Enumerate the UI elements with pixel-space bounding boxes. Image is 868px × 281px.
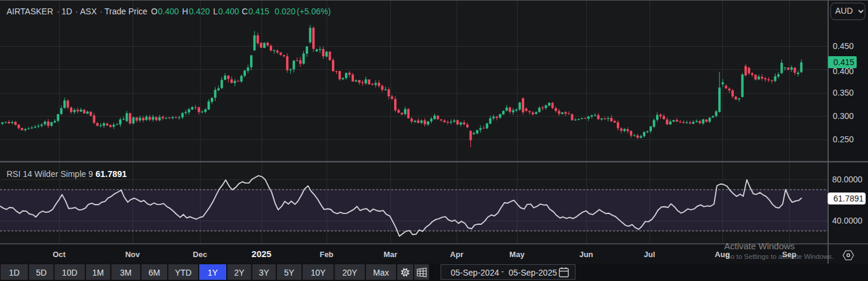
svg-text:40.0000: 40.0000 [832, 216, 863, 225]
svg-text:3Y: 3Y [259, 268, 270, 277]
svg-text:0.415: 0.415 [833, 57, 854, 67]
svg-text:2025: 2025 [251, 249, 271, 259]
svg-text:YTD: YTD [175, 268, 192, 277]
svg-text:Apr: Apr [450, 250, 463, 259]
svg-text:0.300: 0.300 [833, 111, 854, 121]
svg-text:Feb: Feb [319, 250, 333, 259]
svg-text:6M: 6M [149, 268, 160, 277]
svg-text:2Y: 2Y [234, 268, 245, 277]
svg-text:Mar: Mar [383, 250, 397, 259]
svg-text:0.450: 0.450 [833, 41, 854, 51]
svg-text:05-Sep-2025: 05-Sep-2025 [509, 268, 557, 277]
svg-text:AUD: AUD [835, 6, 853, 16]
svg-text:1Y: 1Y [208, 268, 218, 277]
svg-text:3M: 3M [120, 268, 131, 277]
svg-text:-: - [501, 267, 504, 276]
svg-text:20Y: 20Y [342, 268, 358, 277]
svg-text:RSI 14 Wilder Simple 9: RSI 14 Wilder Simple 9 [7, 169, 93, 179]
svg-text:1M: 1M [93, 268, 104, 277]
svg-text:61.7891: 61.7891 [833, 194, 864, 203]
svg-text:0.250: 0.250 [833, 135, 854, 144]
svg-text:Go to Settings to activate Win: Go to Settings to activate Windows. [725, 253, 834, 260]
svg-text:10D: 10D [62, 268, 78, 277]
svg-text:1D: 1D [9, 268, 20, 277]
svg-text:Max: Max [373, 268, 389, 277]
svg-text:Jul: Jul [644, 250, 655, 259]
svg-text:05-Sep-2024: 05-Sep-2024 [451, 268, 499, 277]
svg-text:10Y: 10Y [310, 268, 326, 277]
svg-text:0.350: 0.350 [833, 88, 854, 97]
svg-text:5D: 5D [36, 268, 47, 277]
svg-text:Nov: Nov [125, 250, 140, 259]
svg-text:May: May [509, 250, 525, 259]
svg-text:Oct: Oct [53, 250, 66, 259]
svg-text:61.7891: 61.7891 [96, 169, 127, 179]
svg-text:Activate Windows: Activate Windows [724, 241, 795, 251]
svg-text:Dec: Dec [193, 250, 207, 259]
svg-text:80.0000: 80.0000 [832, 175, 863, 184]
svg-text:Jun: Jun [579, 250, 593, 259]
svg-text:5Y: 5Y [284, 268, 295, 277]
